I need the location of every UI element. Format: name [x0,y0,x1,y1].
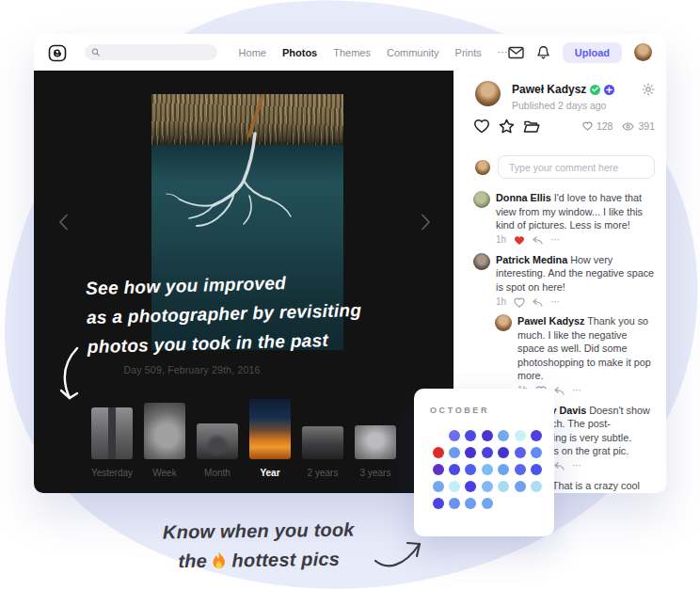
prev-photo-button[interactable] [58,214,69,234]
navbar-actions: Upload [508,42,652,63]
favorite-star-button[interactable] [499,119,515,134]
folder-icon [523,120,540,134]
comment-reply-button[interactable] [554,462,565,470]
thumb-2-years[interactable]: 2 years [298,426,347,478]
search-bar[interactable] [85,44,217,60]
author-header: Paweł Kadysz Published 2 days ago [475,81,655,111]
calendar-day-dot [498,447,509,458]
calendar-day-dot [482,447,493,458]
footnote-line2: the hottest pics [146,544,372,576]
app-screenshot: Home Photos Themes Community Prints ⋯ [0,0,700,590]
tookapic-logo-icon[interactable] [48,43,67,62]
calendar-day-dot [515,464,526,475]
calendar-day-dot [515,430,526,441]
notifications-button[interactable] [536,45,550,60]
thumb-label: 3 years [360,468,391,478]
like-button[interactable] [473,119,490,134]
verified-badge-icon [590,85,600,95]
nav-link-home[interactable]: Home [239,47,266,58]
settings-gear-icon[interactable] [642,83,655,100]
thumb-year[interactable]: Year [246,399,294,478]
bell-icon [536,45,550,60]
thumbnail-image [197,423,238,459]
primary-nav: Home Photos Themes Community Prints ⋯ [239,46,508,58]
next-photo-button[interactable] [421,214,431,234]
calendar-day-dot [433,464,444,475]
upload-button[interactable]: Upload [563,42,622,63]
calendar-day-dot [498,481,509,492]
comment-more-button[interactable]: ⋯ [550,295,560,310]
calendar-day-dot [498,464,509,475]
commenter-name[interactable]: Patrick Medina [496,254,567,265]
nav-more-menu[interactable]: ⋯ [498,46,508,58]
nav-link-prints[interactable]: Prints [455,47,482,58]
window-content: See how you improved as a photographer b… [34,71,666,493]
thumbnail-image [91,407,133,459]
commenter-avatar[interactable] [473,253,490,270]
calendar-day-dot [449,498,460,509]
thumb-3-years[interactable]: 3 years [351,425,400,478]
comment-reply-button[interactable] [533,298,543,307]
envelope-icon [508,46,524,59]
eye-icon [622,122,634,131]
thumb-label: Week [152,468,176,478]
comment-patrick-medina: Patrick Medina How very interesting. And… [473,253,655,309]
nav-link-photos[interactable]: Photos [282,47,317,58]
photo-caption: Day 509, February 29th, 2016 [34,364,350,375]
composer-avatar [475,160,490,175]
top-navbar: Home Photos Themes Community Prints ⋯ [34,34,666,71]
reply-icon [533,236,543,245]
commenter-name[interactable]: Pawel Kadysz [517,315,584,327]
marketing-note-hottest: Know when you took the hottest pics [146,515,373,576]
calendar-day-dot [482,481,493,492]
likes-count: 128 [582,120,613,132]
calendar-day-dot [531,447,542,458]
thumb-month[interactable]: Month [193,423,242,478]
commenter-avatar[interactable] [495,314,512,331]
calendar-day-dot [482,498,493,509]
calendar-day-dot [482,464,493,475]
thumb-label: Month [204,468,231,478]
thumb-week[interactable]: Week [140,403,189,478]
comment-reply-button[interactable] [554,387,565,395]
thumbnail-image [302,426,343,459]
hand-drawn-arrow-up-right-icon [373,534,425,574]
add-to-series-button[interactable] [523,120,540,134]
calendar-month-title: OCTOBER [430,406,554,415]
author-name[interactable]: Paweł Kadysz [512,83,586,96]
app-window: Home Photos Themes Community Prints ⋯ [34,34,666,493]
comment-like-button[interactable] [514,297,525,308]
nav-link-themes[interactable]: Themes [333,47,371,58]
current-user-avatar[interactable] [634,43,652,61]
nav-link-community[interactable]: Community [387,47,439,58]
comment-more-button[interactable]: ⋯ [572,459,581,473]
comment-more-button[interactable]: ⋯ [550,233,560,247]
views-count: 391 [622,120,655,132]
thumb-yesterday[interactable]: Yesterday [88,407,136,478]
star-icon [499,119,515,134]
search-icon [91,47,100,57]
comment-reply-button[interactable] [533,236,543,245]
calendar-day-dot [531,430,542,441]
calendar-day-dot [449,430,460,441]
calendar-day-dot [449,481,460,492]
commenter-avatar[interactable] [473,191,490,208]
thumb-label: Yesterday [91,468,133,478]
published-timestamp: Published 2 days ago [512,100,614,111]
comment-more-button[interactable]: ⋯ [572,384,581,398]
photo-stats: 128 391 [582,120,655,132]
calendar-day-dot [433,481,444,492]
calendar-day-dot [515,447,526,458]
calendar-day-dot [498,430,509,441]
commenter-name[interactable]: Donna Ellis [496,192,551,203]
messages-button[interactable] [508,46,524,59]
photo-actions: 128 391 [473,119,655,134]
comment-input[interactable] [498,155,655,179]
search-input[interactable] [103,46,210,58]
fire-emoji-icon [213,551,227,568]
calendar-day-dot [449,447,460,458]
marketing-note-improve: See how you improved as a photographer b… [86,266,363,361]
author-avatar[interactable] [475,81,501,106]
calendar-day-dot [482,430,493,441]
comment-like-button[interactable] [514,235,525,246]
